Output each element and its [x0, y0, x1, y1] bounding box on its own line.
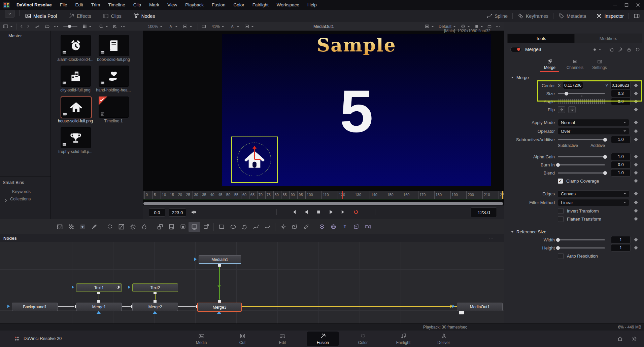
node-enable-toggle[interactable]	[510, 47, 521, 52]
flip-horizontal-button[interactable]	[558, 106, 565, 113]
lock-icon[interactable]	[626, 47, 632, 52]
size-slider[interactable]	[558, 93, 605, 94]
viewer-panel[interactable]: [Main]: 1920x1080 float32 Sample 5	[143, 31, 504, 205]
keyframe-diamond-icon[interactable]	[634, 238, 638, 241]
tool-text-plus[interactable]: T	[77, 222, 88, 232]
apply-mode-select[interactable]: Normal	[558, 119, 629, 126]
width-slider[interactable]	[558, 239, 605, 240]
alpha-gain-slider[interactable]	[558, 156, 605, 157]
toolbar-button-spline[interactable]: Spline	[486, 13, 508, 19]
viewer-zoom-left[interactable]: 100%	[148, 24, 163, 29]
timeline-ruler[interactable]: 0510152025303540455055606570758085909510…	[143, 191, 506, 199]
tool-polygon-mask[interactable]	[239, 222, 250, 232]
menu-item-help[interactable]: Help	[303, 2, 321, 7]
slider-handle[interactable]	[603, 138, 607, 142]
tool-stylize[interactable]	[300, 222, 312, 232]
value-field[interactable]: 0.0	[611, 98, 631, 105]
keyframe-diamond-icon[interactable]	[634, 100, 638, 103]
clamp-coverage-checkbox[interactable]: ✓	[558, 179, 563, 184]
stop-button[interactable]	[316, 209, 321, 215]
page-tab-fusion[interactable]: Fusion	[307, 332, 339, 346]
skip-start-button[interactable]	[291, 209, 297, 215]
blend-slider[interactable]	[558, 172, 605, 174]
value-field[interactable]: 0.3	[611, 90, 631, 97]
window-maximize-icon[interactable]	[624, 3, 629, 7]
tool-merge-3d[interactable]	[316, 222, 328, 232]
toolbar-button-metadata[interactable]: Metadata	[558, 13, 586, 19]
value-field[interactable]: 1	[611, 244, 631, 252]
boxsq[interactable]	[244, 24, 254, 29]
version-color-select[interactable]	[592, 47, 601, 52]
slider-handle[interactable]	[556, 163, 560, 167]
tab-tools[interactable]: Tools	[507, 34, 575, 43]
keyframe-diamond-icon[interactable]	[634, 209, 638, 213]
keyframe-diamond-icon[interactable]	[634, 192, 638, 195]
arrr[interactable]	[26, 24, 31, 29]
tool-merge[interactable]	[154, 222, 166, 232]
dots[interactable]	[53, 24, 59, 29]
center-x-field[interactable]: 0.117206	[563, 82, 583, 89]
play-reverse-button[interactable]	[303, 209, 309, 215]
toolbar-button-clips[interactable]: Clips	[103, 10, 122, 22]
grid[interactable]	[474, 24, 483, 29]
keyframe-diamond-icon[interactable]	[634, 120, 638, 124]
tool-tracker[interactable]	[277, 222, 289, 232]
value-field[interactable]: 1.0	[611, 169, 631, 177]
tool-brightness-contrast[interactable]	[127, 222, 138, 232]
keyframe-diamond-icon[interactable]	[634, 129, 638, 133]
slider-handle[interactable]	[556, 238, 560, 242]
overlay-mode-select[interactable]: Default	[439, 24, 456, 29]
tool-blur[interactable]	[138, 222, 150, 232]
tool-matte-control[interactable]	[166, 222, 177, 232]
play-button[interactable]	[328, 209, 334, 215]
playhead[interactable]	[342, 191, 343, 199]
slider-handle[interactable]	[603, 171, 607, 175]
keyframe-diamond-icon[interactable]	[634, 83, 638, 87]
tool-image-plane-3d[interactable]	[350, 222, 362, 232]
keyframe-diamond-icon[interactable]	[634, 163, 638, 166]
dots[interactable]	[495, 24, 500, 29]
panel-toggle-icon[interactable]	[634, 13, 640, 19]
smart-bin-keywords[interactable]: Keywords	[12, 189, 31, 194]
reset-icon[interactable]	[635, 47, 640, 52]
invert-transform-checkbox[interactable]	[558, 208, 564, 214]
value-field[interactable]: 0.0	[611, 161, 631, 168]
node-merge3[interactable]: Merge3	[197, 303, 242, 312]
clip-thumbnail-trophy[interactable]	[61, 127, 91, 148]
lettera[interactable]: A	[230, 24, 239, 29]
subtab-settings[interactable]: Settings	[588, 59, 611, 70]
center-y-field[interactable]: 0.169623	[610, 82, 631, 89]
range-end-field[interactable]: 223.0	[169, 208, 186, 217]
page-tab-deliver[interactable]: Deliver	[428, 332, 460, 346]
smart-bin-collections[interactable]: Collections	[10, 197, 31, 201]
menu-item-color[interactable]: Color	[229, 2, 248, 7]
keyframe-diamond-icon[interactable]	[634, 108, 638, 111]
subtab-channels[interactable]: Channels	[563, 59, 587, 70]
menu-item-view[interactable]: View	[163, 2, 181, 7]
tool-rectangle-mask[interactable]	[216, 222, 227, 232]
tool-transform[interactable]	[200, 222, 211, 232]
clip-thumbnail-alarm[interactable]	[61, 35, 91, 56]
window-close-icon[interactable]	[636, 3, 640, 7]
grid[interactable]	[82, 24, 92, 29]
tool-color-corrector[interactable]	[104, 222, 115, 232]
window-minimize-icon[interactable]	[613, 3, 617, 7]
burn-in-slider[interactable]	[558, 164, 605, 165]
angle-dial[interactable]	[558, 99, 605, 104]
search[interactable]	[99, 24, 108, 29]
bin-master[interactable]: Master	[8, 33, 22, 38]
keyframe-diamond-icon[interactable]	[634, 246, 638, 249]
clip-thumbnail-city[interactable]	[61, 66, 91, 87]
tool-channel-booleans[interactable]	[177, 222, 189, 232]
flip-vertical-button[interactable]	[568, 106, 576, 113]
value-field[interactable]: 1.0	[611, 153, 631, 160]
height-slider[interactable]	[558, 247, 605, 248]
menu-item-playback[interactable]: Playback	[181, 2, 208, 7]
sphere[interactable]	[461, 24, 470, 29]
tool-fast-noise[interactable]	[65, 222, 77, 232]
menu-item-trim[interactable]: Trim	[87, 2, 104, 7]
tool-color-curves[interactable]	[115, 222, 127, 232]
node-text2[interactable]: Text2	[132, 283, 178, 292]
page-tab-cut[interactable]: Cut	[226, 332, 259, 346]
keyframe-diamond-icon[interactable]	[634, 200, 638, 204]
